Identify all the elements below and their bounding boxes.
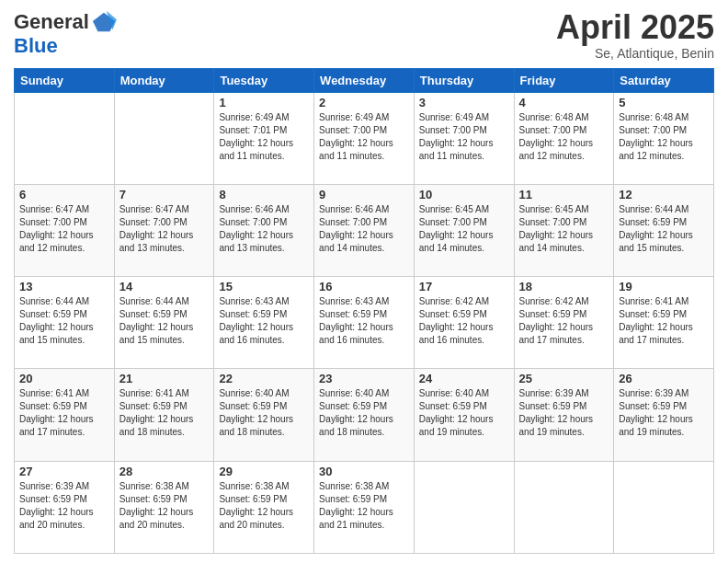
day-info: Sunrise: 6:44 AM Sunset: 6:59 PM Dayligh… xyxy=(619,203,709,255)
day-info: Sunrise: 6:38 AM Sunset: 6:59 PM Dayligh… xyxy=(319,480,409,532)
calendar-cell xyxy=(15,92,115,184)
calendar-cell: 17Sunrise: 6:42 AM Sunset: 6:59 PM Dayli… xyxy=(414,277,514,369)
logo-icon xyxy=(91,9,117,35)
day-info: Sunrise: 6:43 AM Sunset: 6:59 PM Dayligh… xyxy=(219,295,309,347)
day-info: Sunrise: 6:49 AM Sunset: 7:01 PM Dayligh… xyxy=(219,111,309,163)
day-number: 3 xyxy=(419,96,509,109)
day-info: Sunrise: 6:45 AM Sunset: 7:00 PM Dayligh… xyxy=(519,203,609,255)
day-number: 9 xyxy=(319,188,409,201)
calendar-cell xyxy=(514,461,614,553)
day-number: 6 xyxy=(19,188,109,201)
calendar-cell xyxy=(114,92,214,184)
calendar-cell xyxy=(414,461,514,553)
day-number: 18 xyxy=(519,280,609,293)
day-info: Sunrise: 6:39 AM Sunset: 6:59 PM Dayligh… xyxy=(619,387,709,439)
calendar-day-header: Thursday xyxy=(414,68,514,92)
day-info: Sunrise: 6:46 AM Sunset: 7:00 PM Dayligh… xyxy=(319,203,409,255)
calendar-cell: 11Sunrise: 6:45 AM Sunset: 7:00 PM Dayli… xyxy=(514,184,614,276)
day-info: Sunrise: 6:47 AM Sunset: 7:00 PM Dayligh… xyxy=(119,203,210,255)
calendar-week-row: 27Sunrise: 6:39 AM Sunset: 6:59 PM Dayli… xyxy=(15,461,714,553)
calendar-cell: 13Sunrise: 6:44 AM Sunset: 6:59 PM Dayli… xyxy=(15,277,115,369)
day-info: Sunrise: 6:39 AM Sunset: 6:59 PM Dayligh… xyxy=(19,480,109,532)
calendar-cell: 9Sunrise: 6:46 AM Sunset: 7:00 PM Daylig… xyxy=(314,184,415,276)
day-info: Sunrise: 6:41 AM Sunset: 6:59 PM Dayligh… xyxy=(19,387,109,439)
calendar-cell: 26Sunrise: 6:39 AM Sunset: 6:59 PM Dayli… xyxy=(614,369,714,461)
calendar-table: SundayMondayTuesdayWednesdayThursdayFrid… xyxy=(14,68,714,554)
day-number: 22 xyxy=(219,372,309,385)
day-number: 23 xyxy=(319,372,409,385)
day-number: 20 xyxy=(19,372,109,385)
calendar-day-header: Wednesday xyxy=(314,68,415,92)
day-info: Sunrise: 6:40 AM Sunset: 6:59 PM Dayligh… xyxy=(219,387,309,439)
day-number: 29 xyxy=(219,465,309,478)
calendar-cell: 8Sunrise: 6:46 AM Sunset: 7:00 PM Daylig… xyxy=(214,184,314,276)
day-number: 2 xyxy=(319,96,409,109)
calendar-cell: 27Sunrise: 6:39 AM Sunset: 6:59 PM Dayli… xyxy=(15,461,115,553)
day-info: Sunrise: 6:40 AM Sunset: 6:59 PM Dayligh… xyxy=(319,387,409,439)
calendar-cell: 7Sunrise: 6:47 AM Sunset: 7:00 PM Daylig… xyxy=(114,184,214,276)
calendar-cell: 25Sunrise: 6:39 AM Sunset: 6:59 PM Dayli… xyxy=(514,369,614,461)
day-number: 5 xyxy=(619,96,709,109)
calendar-week-row: 20Sunrise: 6:41 AM Sunset: 6:59 PM Dayli… xyxy=(15,369,714,461)
day-info: Sunrise: 6:41 AM Sunset: 6:59 PM Dayligh… xyxy=(619,295,709,347)
day-info: Sunrise: 6:44 AM Sunset: 6:59 PM Dayligh… xyxy=(119,295,210,347)
day-info: Sunrise: 6:43 AM Sunset: 6:59 PM Dayligh… xyxy=(319,295,409,347)
calendar-week-row: 13Sunrise: 6:44 AM Sunset: 6:59 PM Dayli… xyxy=(15,277,714,369)
calendar-cell: 28Sunrise: 6:38 AM Sunset: 6:59 PM Dayli… xyxy=(114,461,214,553)
calendar-cell: 16Sunrise: 6:43 AM Sunset: 6:59 PM Dayli… xyxy=(314,277,415,369)
day-number: 19 xyxy=(619,280,709,293)
day-number: 21 xyxy=(119,372,210,385)
day-number: 10 xyxy=(419,188,509,201)
calendar-cell: 10Sunrise: 6:45 AM Sunset: 7:00 PM Dayli… xyxy=(414,184,514,276)
calendar-week-row: 6Sunrise: 6:47 AM Sunset: 7:00 PM Daylig… xyxy=(15,184,714,276)
calendar-cell: 5Sunrise: 6:48 AM Sunset: 7:00 PM Daylig… xyxy=(614,92,714,184)
day-info: Sunrise: 6:44 AM Sunset: 6:59 PM Dayligh… xyxy=(19,295,109,347)
calendar-cell: 19Sunrise: 6:41 AM Sunset: 6:59 PM Dayli… xyxy=(614,277,714,369)
month-title: April 2025 xyxy=(556,9,714,46)
day-number: 28 xyxy=(119,465,210,478)
calendar-day-header: Tuesday xyxy=(214,68,314,92)
day-info: Sunrise: 6:46 AM Sunset: 7:00 PM Dayligh… xyxy=(219,203,309,255)
logo: General Blue xyxy=(14,9,117,57)
day-info: Sunrise: 6:41 AM Sunset: 6:59 PM Dayligh… xyxy=(119,387,210,439)
calendar-header-row: SundayMondayTuesdayWednesdayThursdayFrid… xyxy=(15,68,714,92)
day-number: 11 xyxy=(519,188,609,201)
calendar-cell: 2Sunrise: 6:49 AM Sunset: 7:00 PM Daylig… xyxy=(314,92,415,184)
day-number: 17 xyxy=(419,280,509,293)
calendar-cell: 15Sunrise: 6:43 AM Sunset: 6:59 PM Dayli… xyxy=(214,277,314,369)
day-info: Sunrise: 6:49 AM Sunset: 7:00 PM Dayligh… xyxy=(419,111,509,163)
day-number: 30 xyxy=(319,465,409,478)
day-info: Sunrise: 6:38 AM Sunset: 6:59 PM Dayligh… xyxy=(119,480,210,532)
calendar-cell: 14Sunrise: 6:44 AM Sunset: 6:59 PM Dayli… xyxy=(114,277,214,369)
day-number: 4 xyxy=(519,96,609,109)
calendar-day-header: Saturday xyxy=(614,68,714,92)
calendar-cell: 6Sunrise: 6:47 AM Sunset: 7:00 PM Daylig… xyxy=(15,184,115,276)
calendar-cell: 22Sunrise: 6:40 AM Sunset: 6:59 PM Dayli… xyxy=(214,369,314,461)
day-number: 1 xyxy=(219,96,309,109)
calendar-day-header: Friday xyxy=(514,68,614,92)
calendar-cell: 1Sunrise: 6:49 AM Sunset: 7:01 PM Daylig… xyxy=(214,92,314,184)
day-info: Sunrise: 6:38 AM Sunset: 6:59 PM Dayligh… xyxy=(219,480,309,532)
calendar-cell: 20Sunrise: 6:41 AM Sunset: 6:59 PM Dayli… xyxy=(15,369,115,461)
day-number: 13 xyxy=(19,280,109,293)
day-info: Sunrise: 6:42 AM Sunset: 6:59 PM Dayligh… xyxy=(419,295,509,347)
day-number: 12 xyxy=(619,188,709,201)
day-info: Sunrise: 6:42 AM Sunset: 6:59 PM Dayligh… xyxy=(519,295,609,347)
calendar-cell: 3Sunrise: 6:49 AM Sunset: 7:00 PM Daylig… xyxy=(414,92,514,184)
day-number: 27 xyxy=(19,465,109,478)
calendar-cell: 18Sunrise: 6:42 AM Sunset: 6:59 PM Dayli… xyxy=(514,277,614,369)
calendar-cell: 29Sunrise: 6:38 AM Sunset: 6:59 PM Dayli… xyxy=(214,461,314,553)
day-info: Sunrise: 6:39 AM Sunset: 6:59 PM Dayligh… xyxy=(519,387,609,439)
day-info: Sunrise: 6:48 AM Sunset: 7:00 PM Dayligh… xyxy=(519,111,609,163)
day-info: Sunrise: 6:47 AM Sunset: 7:00 PM Dayligh… xyxy=(19,203,109,255)
day-info: Sunrise: 6:48 AM Sunset: 7:00 PM Dayligh… xyxy=(619,111,709,163)
calendar-cell: 23Sunrise: 6:40 AM Sunset: 6:59 PM Dayli… xyxy=(314,369,415,461)
day-number: 24 xyxy=(419,372,509,385)
day-info: Sunrise: 6:49 AM Sunset: 7:00 PM Dayligh… xyxy=(319,111,409,163)
day-number: 26 xyxy=(619,372,709,385)
calendar-cell: 21Sunrise: 6:41 AM Sunset: 6:59 PM Dayli… xyxy=(114,369,214,461)
calendar-cell: 4Sunrise: 6:48 AM Sunset: 7:00 PM Daylig… xyxy=(514,92,614,184)
calendar-cell: 12Sunrise: 6:44 AM Sunset: 6:59 PM Dayli… xyxy=(614,184,714,276)
day-number: 16 xyxy=(319,280,409,293)
calendar-week-row: 1Sunrise: 6:49 AM Sunset: 7:01 PM Daylig… xyxy=(15,92,714,184)
